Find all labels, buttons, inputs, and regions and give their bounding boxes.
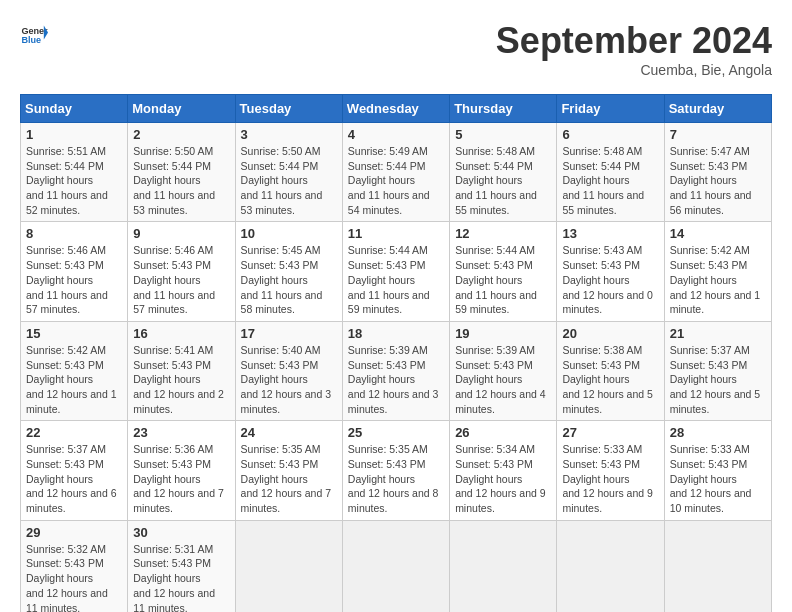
day-number: 28	[670, 425, 766, 440]
day-info: Sunrise: 5:38 AMSunset: 5:43 PMDaylight …	[562, 343, 658, 416]
weekday-header: Tuesday	[235, 95, 342, 123]
day-info: Sunrise: 5:44 AMSunset: 5:43 PMDaylight …	[348, 243, 444, 316]
calendar-day-cell: 20Sunrise: 5:38 AMSunset: 5:43 PMDayligh…	[557, 321, 664, 420]
day-number: 23	[133, 425, 229, 440]
day-info: Sunrise: 5:41 AMSunset: 5:43 PMDaylight …	[133, 343, 229, 416]
calendar-day-cell: 8Sunrise: 5:46 AMSunset: 5:43 PMDaylight…	[21, 222, 128, 321]
calendar-day-cell: 16Sunrise: 5:41 AMSunset: 5:43 PMDayligh…	[128, 321, 235, 420]
calendar-week-row: 29Sunrise: 5:32 AMSunset: 5:43 PMDayligh…	[21, 520, 772, 612]
day-info: Sunrise: 5:32 AMSunset: 5:43 PMDaylight …	[26, 542, 122, 612]
day-info: Sunrise: 5:40 AMSunset: 5:43 PMDaylight …	[241, 343, 337, 416]
day-number: 4	[348, 127, 444, 142]
day-info: Sunrise: 5:31 AMSunset: 5:43 PMDaylight …	[133, 542, 229, 612]
calendar-day-cell: 22Sunrise: 5:37 AMSunset: 5:43 PMDayligh…	[21, 421, 128, 520]
calendar-day-cell: 26Sunrise: 5:34 AMSunset: 5:43 PMDayligh…	[450, 421, 557, 520]
day-info: Sunrise: 5:48 AMSunset: 5:44 PMDaylight …	[562, 144, 658, 217]
day-info: Sunrise: 5:39 AMSunset: 5:43 PMDaylight …	[348, 343, 444, 416]
calendar-day-cell	[235, 520, 342, 612]
weekday-header: Saturday	[664, 95, 771, 123]
calendar-day-cell: 11Sunrise: 5:44 AMSunset: 5:43 PMDayligh…	[342, 222, 449, 321]
day-info: Sunrise: 5:34 AMSunset: 5:43 PMDaylight …	[455, 442, 551, 515]
calendar-day-cell: 27Sunrise: 5:33 AMSunset: 5:43 PMDayligh…	[557, 421, 664, 520]
day-number: 2	[133, 127, 229, 142]
day-number: 21	[670, 326, 766, 341]
day-number: 11	[348, 226, 444, 241]
day-info: Sunrise: 5:46 AMSunset: 5:43 PMDaylight …	[26, 243, 122, 316]
day-info: Sunrise: 5:49 AMSunset: 5:44 PMDaylight …	[348, 144, 444, 217]
weekday-header: Thursday	[450, 95, 557, 123]
day-info: Sunrise: 5:44 AMSunset: 5:43 PMDaylight …	[455, 243, 551, 316]
day-number: 7	[670, 127, 766, 142]
day-number: 16	[133, 326, 229, 341]
calendar-day-cell: 25Sunrise: 5:35 AMSunset: 5:43 PMDayligh…	[342, 421, 449, 520]
calendar-week-row: 1Sunrise: 5:51 AMSunset: 5:44 PMDaylight…	[21, 123, 772, 222]
calendar-day-cell: 24Sunrise: 5:35 AMSunset: 5:43 PMDayligh…	[235, 421, 342, 520]
calendar-day-cell	[557, 520, 664, 612]
day-info: Sunrise: 5:45 AMSunset: 5:43 PMDaylight …	[241, 243, 337, 316]
weekday-header: Friday	[557, 95, 664, 123]
logo: General Blue	[20, 20, 48, 48]
day-info: Sunrise: 5:47 AMSunset: 5:43 PMDaylight …	[670, 144, 766, 217]
day-number: 14	[670, 226, 766, 241]
calendar-day-cell: 17Sunrise: 5:40 AMSunset: 5:43 PMDayligh…	[235, 321, 342, 420]
calendar-day-cell: 13Sunrise: 5:43 AMSunset: 5:43 PMDayligh…	[557, 222, 664, 321]
day-info: Sunrise: 5:42 AMSunset: 5:43 PMDaylight …	[670, 243, 766, 316]
calendar-day-cell	[450, 520, 557, 612]
weekday-header: Monday	[128, 95, 235, 123]
day-info: Sunrise: 5:42 AMSunset: 5:43 PMDaylight …	[26, 343, 122, 416]
day-info: Sunrise: 5:35 AMSunset: 5:43 PMDaylight …	[241, 442, 337, 515]
weekday-header: Sunday	[21, 95, 128, 123]
calendar-day-cell: 10Sunrise: 5:45 AMSunset: 5:43 PMDayligh…	[235, 222, 342, 321]
weekday-header: Wednesday	[342, 95, 449, 123]
day-number: 26	[455, 425, 551, 440]
day-number: 10	[241, 226, 337, 241]
svg-text:Blue: Blue	[21, 35, 41, 45]
calendar-day-cell: 19Sunrise: 5:39 AMSunset: 5:43 PMDayligh…	[450, 321, 557, 420]
day-number: 25	[348, 425, 444, 440]
day-info: Sunrise: 5:50 AMSunset: 5:44 PMDaylight …	[133, 144, 229, 217]
day-number: 29	[26, 525, 122, 540]
calendar-day-cell: 6Sunrise: 5:48 AMSunset: 5:44 PMDaylight…	[557, 123, 664, 222]
calendar-day-cell: 5Sunrise: 5:48 AMSunset: 5:44 PMDaylight…	[450, 123, 557, 222]
day-info: Sunrise: 5:37 AMSunset: 5:43 PMDaylight …	[26, 442, 122, 515]
day-number: 20	[562, 326, 658, 341]
day-number: 24	[241, 425, 337, 440]
title-section: September 2024 Cuemba, Bie, Angola	[496, 20, 772, 78]
calendar-day-cell: 21Sunrise: 5:37 AMSunset: 5:43 PMDayligh…	[664, 321, 771, 420]
day-number: 3	[241, 127, 337, 142]
day-info: Sunrise: 5:33 AMSunset: 5:43 PMDaylight …	[562, 442, 658, 515]
day-number: 18	[348, 326, 444, 341]
calendar-day-cell: 7Sunrise: 5:47 AMSunset: 5:43 PMDaylight…	[664, 123, 771, 222]
day-number: 13	[562, 226, 658, 241]
day-number: 8	[26, 226, 122, 241]
day-info: Sunrise: 5:36 AMSunset: 5:43 PMDaylight …	[133, 442, 229, 515]
location: Cuemba, Bie, Angola	[496, 62, 772, 78]
calendar-week-row: 15Sunrise: 5:42 AMSunset: 5:43 PMDayligh…	[21, 321, 772, 420]
calendar-day-cell: 30Sunrise: 5:31 AMSunset: 5:43 PMDayligh…	[128, 520, 235, 612]
calendar-day-cell: 23Sunrise: 5:36 AMSunset: 5:43 PMDayligh…	[128, 421, 235, 520]
calendar-header-row: SundayMondayTuesdayWednesdayThursdayFrid…	[21, 95, 772, 123]
day-number: 17	[241, 326, 337, 341]
month-title: September 2024	[496, 20, 772, 62]
day-number: 6	[562, 127, 658, 142]
calendar-day-cell: 3Sunrise: 5:50 AMSunset: 5:44 PMDaylight…	[235, 123, 342, 222]
calendar-day-cell: 14Sunrise: 5:42 AMSunset: 5:43 PMDayligh…	[664, 222, 771, 321]
day-info: Sunrise: 5:46 AMSunset: 5:43 PMDaylight …	[133, 243, 229, 316]
calendar-week-row: 22Sunrise: 5:37 AMSunset: 5:43 PMDayligh…	[21, 421, 772, 520]
day-info: Sunrise: 5:48 AMSunset: 5:44 PMDaylight …	[455, 144, 551, 217]
day-info: Sunrise: 5:51 AMSunset: 5:44 PMDaylight …	[26, 144, 122, 217]
calendar-day-cell: 15Sunrise: 5:42 AMSunset: 5:43 PMDayligh…	[21, 321, 128, 420]
day-number: 30	[133, 525, 229, 540]
calendar-day-cell	[342, 520, 449, 612]
calendar-table: SundayMondayTuesdayWednesdayThursdayFrid…	[20, 94, 772, 612]
logo-icon: General Blue	[20, 20, 48, 48]
day-number: 19	[455, 326, 551, 341]
calendar-day-cell: 4Sunrise: 5:49 AMSunset: 5:44 PMDaylight…	[342, 123, 449, 222]
calendar-day-cell: 12Sunrise: 5:44 AMSunset: 5:43 PMDayligh…	[450, 222, 557, 321]
calendar-day-cell: 9Sunrise: 5:46 AMSunset: 5:43 PMDaylight…	[128, 222, 235, 321]
calendar-day-cell: 1Sunrise: 5:51 AMSunset: 5:44 PMDaylight…	[21, 123, 128, 222]
day-number: 9	[133, 226, 229, 241]
calendar-week-row: 8Sunrise: 5:46 AMSunset: 5:43 PMDaylight…	[21, 222, 772, 321]
calendar-day-cell: 18Sunrise: 5:39 AMSunset: 5:43 PMDayligh…	[342, 321, 449, 420]
calendar-day-cell	[664, 520, 771, 612]
